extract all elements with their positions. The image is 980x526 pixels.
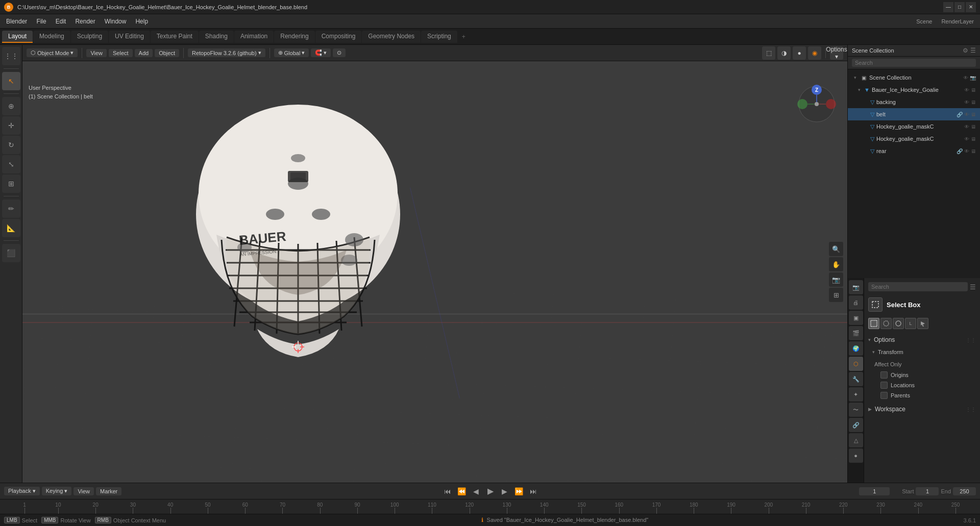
mode-icon-l[interactable]: L <box>905 318 916 329</box>
add-menu[interactable]: Add <box>135 49 153 57</box>
object-menu[interactable]: Object <box>155 49 179 57</box>
outliner-item-5[interactable]: ▽ rear 🔗 👁 🖥 <box>848 145 980 157</box>
play-btn[interactable]: ▶ <box>484 485 497 497</box>
tab-rendering[interactable]: Rendering <box>274 31 314 43</box>
toolbar-add-cube-tool[interactable]: ⬛ <box>2 244 20 262</box>
tab-geometry-nodes[interactable]: Geometry Nodes <box>362 31 421 43</box>
outliner-item-0[interactable]: ▾ ▼ Bauer_Ice_Hockey_Goalie 👁 🖥 <box>848 84 980 96</box>
camera-btn[interactable]: 📷 <box>829 272 843 287</box>
prop-tab-physics[interactable]: 〜 <box>849 403 863 417</box>
workspace-section-header[interactable]: ▶ Workspace ⋮⋮ <box>868 404 976 415</box>
viewport-shading-rendered[interactable]: ◉ <box>808 46 821 60</box>
locations-option[interactable]: Locations <box>868 380 976 390</box>
go-to-start-btn[interactable]: ⏮ <box>442 485 454 497</box>
prop-tab-output[interactable]: 🖨 <box>849 295 863 310</box>
prop-tab-world[interactable]: 🌍 <box>849 341 863 356</box>
props-search-input[interactable] <box>868 282 968 291</box>
prop-tab-view-layer[interactable]: ▣ <box>849 311 863 325</box>
transform-orientation[interactable]: ⊕ Global ▾ <box>274 48 309 57</box>
prop-tab-particles[interactable]: ✦ <box>849 387 863 402</box>
viewport-shading-wireframe[interactable]: ⬚ <box>762 46 775 60</box>
retopo-flow-btn[interactable]: RetopoFlow 3.2.6 (github) ▾ <box>188 48 265 57</box>
prop-tab-data[interactable]: △ <box>849 433 863 447</box>
prop-tab-constraints[interactable]: 🔗 <box>849 418 863 432</box>
go-to-end-btn[interactable]: ⏭ <box>527 485 540 497</box>
toolbar-select-tool[interactable]: ↖ <box>2 72 20 90</box>
menu-window[interactable]: Window <box>101 17 131 26</box>
playback-menu[interactable]: Playback ▾ <box>4 487 40 495</box>
mode-icon-circle[interactable] <box>880 318 892 329</box>
prop-tab-object[interactable]: ⬡ <box>849 357 863 371</box>
tab-compositing[interactable]: Compositing <box>315 31 362 43</box>
toolbar-annotate-tool[interactable]: ✏ <box>2 199 20 218</box>
next-keyframe-btn[interactable]: ⏩ <box>513 485 525 497</box>
origins-option[interactable]: Origins <box>868 370 976 380</box>
tab-add-button[interactable]: + <box>458 31 470 42</box>
toolbar-icon-dots[interactable]: ⋮⋮ <box>2 47 20 65</box>
tab-shading[interactable]: Shading <box>199 31 234 43</box>
tab-modeling[interactable]: Modeling <box>33 31 70 43</box>
outliner-search-input[interactable] <box>852 59 976 67</box>
toolbar-transform-tool[interactable]: ⊞ <box>2 174 20 193</box>
outliner-item-4[interactable]: ▽ Hockey_goalie_maskC 👁 🖥 <box>848 133 980 145</box>
end-frame-input[interactable] <box>953 487 976 495</box>
orthographic-btn[interactable]: ⊞ <box>829 288 843 302</box>
select-menu[interactable]: Select <box>109 49 133 57</box>
tab-scripting[interactable]: Scripting <box>421 31 457 43</box>
outliner-item-1[interactable]: ▽ backing 👁 🖥 <box>848 96 980 108</box>
minimize-button[interactable]: — <box>943 2 953 12</box>
snapping-btn[interactable]: 🧲 ▾ <box>311 48 331 57</box>
menu-file[interactable]: File <box>32 17 50 26</box>
outliner-filter-btn[interactable]: ⚙ <box>963 47 968 54</box>
zoom-to-fit-btn[interactable]: 🔍 <box>829 242 843 256</box>
menu-help[interactable]: Help <box>131 17 152 26</box>
origins-checkbox[interactable] <box>880 371 888 379</box>
outliner-options-btn[interactable]: ☰ <box>970 47 976 54</box>
tab-animation[interactable]: Animation <box>234 31 274 43</box>
transform-subsection-header[interactable]: ▾ Transform <box>868 347 976 357</box>
toolbar-scale-tool[interactable]: ⤡ <box>2 155 20 173</box>
nav-gizmo[interactable]: Z <box>796 84 837 124</box>
toolbar-measure-tool[interactable]: 📐 <box>2 219 20 237</box>
menu-blender[interactable]: Blender <box>2 17 31 26</box>
props-filter-btn[interactable]: ☰ <box>970 283 976 291</box>
current-frame-input[interactable] <box>859 487 890 495</box>
menu-render[interactable]: Render <box>71 17 99 26</box>
toolbar-move-tool[interactable]: ✛ <box>2 116 20 135</box>
tab-layout[interactable]: Layout <box>2 31 33 43</box>
viewport-shading-material[interactable]: ● <box>793 46 806 60</box>
toolbar-cursor-tool[interactable]: ⊕ <box>2 97 20 115</box>
menu-edit[interactable]: Edit <box>52 17 70 26</box>
parents-option[interactable]: Parents <box>868 390 976 400</box>
prev-frame-btn[interactable]: ◀ <box>470 485 482 497</box>
parents-checkbox[interactable] <box>880 392 888 399</box>
tab-uv-editing[interactable]: UV Editing <box>109 31 150 43</box>
mode-icon-box[interactable] <box>868 318 879 329</box>
close-button[interactable]: ✕ <box>966 2 976 12</box>
keying-menu[interactable]: Keying ▾ <box>42 487 72 495</box>
outliner-item-2[interactable]: ▽ belt 🔗 👁 🖥 <box>848 108 980 120</box>
object-mode-dropdown[interactable]: ⬡ Object Mode ▾ <box>27 48 78 57</box>
prop-tab-modifier[interactable]: 🔧 <box>849 372 863 386</box>
outliner-item-3[interactable]: ▽ Hockey_goalie_maskC 👁 🖥 <box>848 120 980 133</box>
viewport-shading-solid[interactable]: ◑ <box>777 46 791 60</box>
prop-tab-render[interactable]: 📷 <box>849 280 863 294</box>
tab-texture-paint[interactable]: Texture Paint <box>151 31 199 43</box>
proportional-edit-btn[interactable]: ⊙ <box>333 48 346 57</box>
locations-checkbox[interactable] <box>880 382 888 389</box>
toolbar-rotate-tool[interactable]: ↻ <box>2 136 20 154</box>
options-section-header[interactable]: ▾ Options ⋮⋮ <box>868 334 976 345</box>
pan-btn[interactable]: ✋ <box>829 257 843 271</box>
marker-menu[interactable]: Marker <box>96 487 121 495</box>
maximize-button[interactable]: □ <box>954 2 965 12</box>
outliner-item-scene-collection[interactable]: ▾ ▣ Scene Collection 👁 📷 <box>848 71 980 84</box>
prev-keyframe-btn[interactable]: ⏪ <box>456 485 468 497</box>
next-frame-btn[interactable]: ▶ <box>499 485 511 497</box>
options-btn[interactable]: Options ▾ <box>830 46 843 60</box>
prop-tab-material[interactable]: ● <box>849 448 863 463</box>
view-menu-timeline[interactable]: View <box>74 487 94 495</box>
tab-sculpting[interactable]: Sculpting <box>71 31 108 43</box>
view-menu[interactable]: View <box>86 49 107 57</box>
mode-icon-lasso[interactable] <box>893 318 904 329</box>
start-frame-input[interactable] <box>916 487 939 495</box>
